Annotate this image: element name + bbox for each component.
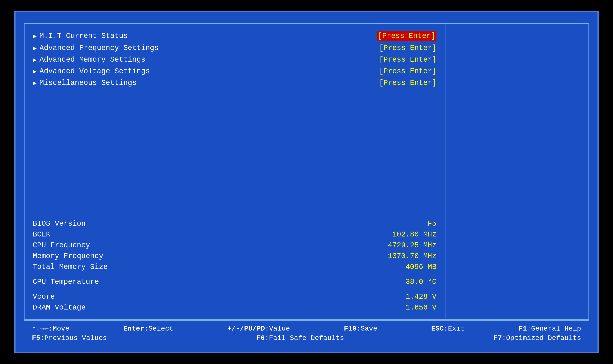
- left-panel: ▶M.I.T Current Status[Press Enter]▶Advan…: [25, 24, 446, 319]
- info-row-4: Total Memory Size4096 MB: [33, 261, 436, 273]
- main-area: ▶M.I.T Current Status[Press Enter]▶Advan…: [24, 23, 589, 320]
- info-label-0: BIOS Version: [33, 220, 86, 228]
- menu-item-0[interactable]: ▶M.I.T Current Status[Press Enter]: [33, 30, 436, 42]
- menu-item-label-3: ▶Advanced Voltage Settings: [33, 67, 150, 76]
- menu-item-4[interactable]: ▶Miscellaneous Settings[Press Enter]: [33, 77, 436, 89]
- info-value-3: 1370.70 MHz: [388, 252, 436, 260]
- info-label-1: BCLK: [33, 230, 50, 239]
- menu-item-3[interactable]: ▶Advanced Voltage Settings[Press Enter]: [33, 65, 436, 77]
- footer-item: +/-/PU/PD:Value: [227, 325, 290, 333]
- footer-item: Enter:Select: [124, 325, 173, 333]
- footer-item: ↑↓→←:Move: [32, 325, 70, 333]
- press-enter-4: [Press Enter]: [379, 79, 436, 87]
- menu-item-text-0: M.I.T Current Status: [40, 32, 128, 40]
- info-row-3: Memory Frequency1370.70 MHz: [33, 251, 436, 261]
- menu-item-text-4: Miscellaneous Settings: [40, 79, 137, 87]
- footer-item: F5:Previous Values: [32, 334, 107, 342]
- info-label-3: Memory Frequency: [33, 252, 103, 260]
- footer-item: F6:Fail-Safe Defaults: [256, 334, 344, 342]
- menu-item-label-1: ▶Advanced Frequency Settings: [33, 44, 159, 52]
- item-help-title: [454, 30, 580, 32]
- menu-item-arrow-icon-1: ▶: [33, 44, 37, 52]
- menu-item-text-3: Advanced Voltage Settings: [40, 67, 150, 76]
- info-section: BIOS VersionF5BCLK102.80 MHzCPU Frequenc…: [33, 218, 436, 313]
- right-panel: [446, 24, 588, 319]
- press-enter-2: [Press Enter]: [379, 55, 436, 64]
- menu-item-label-4: ▶Miscellaneous Settings: [33, 79, 137, 87]
- info-row2-0: CPU Temperature38.0 °C: [33, 276, 436, 287]
- menu-item-1[interactable]: ▶Advanced Frequency Settings[Press Enter…: [33, 42, 436, 54]
- info-row3-0: Vcore1.428 V: [33, 291, 436, 302]
- info-row-0: BIOS VersionF5: [33, 218, 436, 229]
- info-value-2: 4729.25 MHz: [388, 241, 436, 249]
- bios-screen: ▶M.I.T Current Status[Press Enter]▶Advan…: [14, 11, 599, 353]
- press-enter-1: [Press Enter]: [379, 44, 436, 52]
- menu-item-label-0: ▶M.I.T Current Status: [33, 32, 128, 40]
- info-value-0: F5: [428, 220, 436, 228]
- menu-item-text-1: Advanced Frequency Settings: [40, 44, 159, 52]
- press-enter-3: [Press Enter]: [379, 67, 436, 76]
- menu-item-arrow-icon-3: ▶: [33, 67, 37, 76]
- menu-item-label-2: ▶Advanced Memory Settings: [33, 55, 145, 64]
- info-row-2: CPU Frequency4729.25 MHz: [33, 240, 436, 251]
- menu-item-text-2: Advanced Memory Settings: [40, 55, 145, 64]
- footer-item: F7:Optimized Defaults: [494, 334, 581, 342]
- press-enter-0: [Press Enter]: [376, 31, 436, 41]
- info-row-1: BCLK102.80 MHz: [33, 229, 436, 240]
- footer-item: ESC:Exit: [431, 325, 465, 333]
- footer: ↑↓→←:MoveEnter:Select+/-/PU/PD:ValueF10:…: [24, 320, 589, 346]
- info-row3-1: DRAM Voltage1.656 V: [33, 302, 436, 313]
- info-value-1: 102.80 MHz: [392, 230, 436, 239]
- footer-item: F1:General Help: [519, 325, 581, 333]
- menu-item-arrow-icon-2: ▶: [33, 56, 37, 64]
- menu-item-arrow-icon-4: ▶: [33, 79, 37, 87]
- info-value-4: 4096 MB: [406, 263, 436, 271]
- menu-section: ▶M.I.T Current Status[Press Enter]▶Advan…: [33, 30, 436, 89]
- info-label-2: CPU Frequency: [33, 241, 90, 249]
- menu-item-arrow-icon-0: ▶: [33, 32, 37, 40]
- info-label-4: Total Memory Size: [33, 263, 108, 271]
- footer-item: F10:Save: [344, 325, 377, 333]
- menu-item-2[interactable]: ▶Advanced Memory Settings[Press Enter]: [33, 54, 436, 65]
- footer-line2: F5:Previous ValuesF6:Fail-Safe DefaultsF…: [32, 333, 581, 343]
- footer-line1: ↑↓→←:MoveEnter:Select+/-/PU/PD:ValueF10:…: [32, 324, 581, 333]
